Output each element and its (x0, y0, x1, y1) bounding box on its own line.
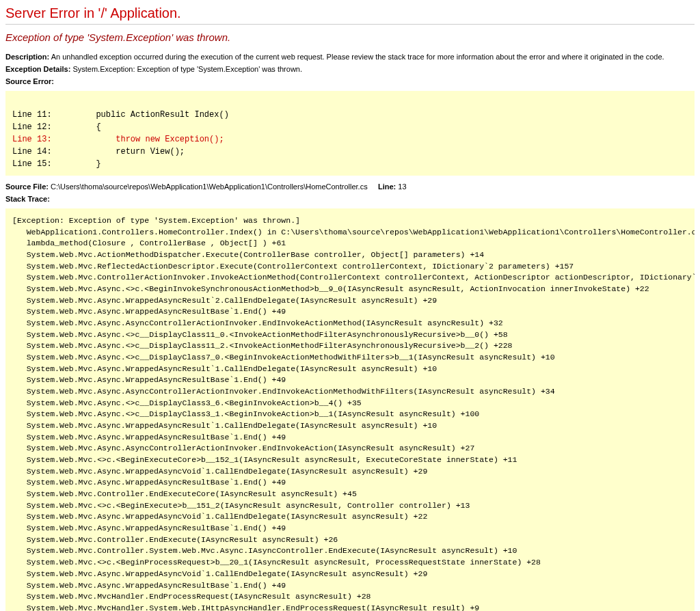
source-line-13: Line 13: throw new Exception(); (12, 135, 224, 144)
exception-details-text: System.Exception: Exception of type 'Sys… (72, 65, 302, 73)
source-error-section: Source Error: (5, 77, 695, 85)
line-number: 13 (398, 182, 406, 191)
exception-message: Exception of type 'System.Exception' was… (5, 31, 695, 43)
source-line-15: Line 15: } (12, 159, 101, 169)
source-line-14: Line 14: return View(); (12, 147, 185, 157)
source-line-12: Line 12: { (12, 122, 101, 132)
page-title: Server Error in '/' Application. (5, 5, 695, 21)
description-section: Description: An unhandled exception occu… (5, 53, 695, 61)
source-file-label: Source File: (5, 182, 49, 191)
source-error-code: Line 11: public ActionResult Index() Lin… (5, 91, 695, 176)
exception-details-section: Exception Details: System.Exception: Exc… (5, 65, 695, 73)
exception-details-label: Exception Details: (5, 65, 70, 73)
stack-trace-label: Stack Trace: (5, 195, 50, 203)
line-label: Line: (378, 182, 396, 191)
description-text: An unhandled exception occurred during t… (51, 53, 664, 61)
description-label: Description: (5, 53, 49, 61)
source-line-11: Line 11: public ActionResult Index() (12, 110, 229, 120)
source-error-label: Source Error: (5, 77, 54, 85)
stack-trace-content: [Exception: Exception of type 'System.Ex… (5, 208, 695, 611)
source-file-section: Source File: C:\Users\thoma\source\repos… (5, 182, 695, 191)
title-divider (5, 24, 695, 25)
source-file-path: C:\Users\thoma\source\repos\WebApplicati… (51, 182, 368, 191)
stack-trace-section: Stack Trace: (5, 195, 695, 203)
